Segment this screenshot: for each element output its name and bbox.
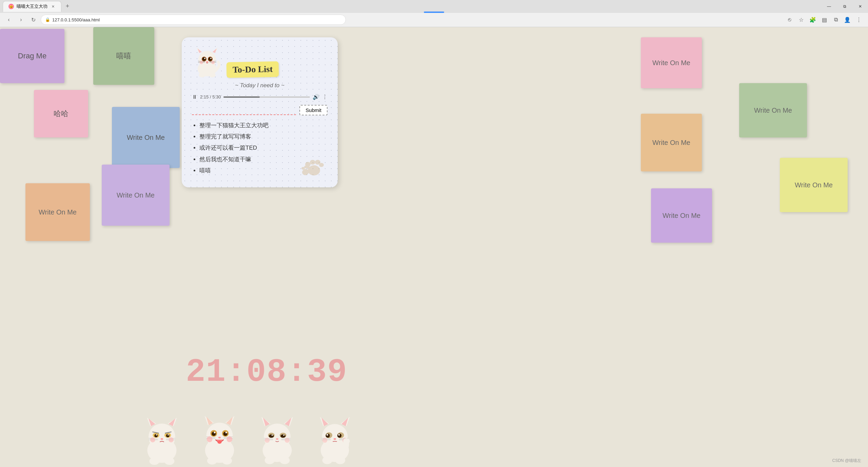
svg-point-76 (264, 424, 291, 450)
svg-point-23 (310, 160, 315, 165)
toolbar-icons: ⎋ ☆ 🧩 ▤ ⧉ 👤 ⋮ (785, 15, 864, 25)
todo-subtitle: ~ Today I need to ~ (192, 82, 328, 89)
cat-mascot-svg (192, 47, 222, 77)
refresh-button[interactable]: ↻ (28, 15, 38, 24)
svg-point-19 (200, 61, 203, 64)
cat-characters (136, 411, 361, 467)
svg-point-49 (150, 437, 155, 443)
sticky-note-yellow-right[interactable]: Write On Me (780, 158, 848, 212)
svg-point-20 (211, 61, 215, 64)
note-text: Drag Me (18, 52, 46, 60)
window-controls: — ⧉ ✕ (821, 0, 868, 13)
sticky-note-purple-bottom[interactable]: Write On Me (102, 165, 170, 226)
address-bar-row: ‹ › ↻ 🔒 127.0.0.1:5500/aaa.html ⎋ ☆ 🧩 ▤ … (0, 13, 868, 27)
svg-point-93 (285, 438, 290, 443)
todo-item-1: 整理一下猫猫大王立大功吧 (199, 121, 328, 130)
back-button[interactable]: ‹ (4, 15, 14, 24)
audio-time: 2:15 / 5:30 (200, 94, 221, 99)
sticky-note-green-right[interactable]: Write On Me (739, 83, 807, 137)
note-text: Write On Me (117, 191, 155, 199)
browser-chrome: 🐱 喵喵大王立大功 ✕ + — ⧉ ✕ ‹ › ↻ 🔒 127.0.0.1:55… (0, 0, 868, 27)
loading-indicator (424, 12, 444, 13)
svg-point-114 (322, 438, 328, 443)
note-text: Write On Me (127, 134, 165, 142)
tab-title: 喵喵大王立大功 (17, 3, 47, 10)
svg-point-29 (307, 166, 310, 169)
sticky-note-orange-right[interactable]: Write On Me (641, 114, 702, 171)
todo-list: 整理一下猫猫大王立大功吧 整理完了就写写博客 或许还可以看一篇TED 然后我也不… (192, 121, 328, 175)
todo-title-badge: To-Do List (226, 61, 279, 78)
sidebar-icon[interactable]: ▤ (819, 15, 829, 25)
forward-button[interactable]: › (16, 15, 26, 24)
svg-point-25 (319, 163, 324, 167)
svg-point-17 (199, 73, 205, 77)
todo-item-3: 或许还可以看一篇TED (199, 143, 328, 152)
sticky-note-purple-right[interactable]: Write On Me (651, 188, 712, 243)
svg-point-31 (149, 424, 175, 450)
svg-point-10 (204, 58, 205, 59)
pause-button[interactable]: ⏸ (192, 94, 197, 100)
new-tab-button[interactable]: + (63, 2, 72, 11)
svg-point-73 (207, 457, 217, 465)
split-view-icon[interactable]: ⧉ (831, 15, 841, 25)
tab-close-button[interactable]: ✕ (50, 4, 56, 9)
svg-point-11 (210, 58, 212, 59)
cat-character-4 (309, 413, 361, 467)
svg-point-107 (338, 434, 340, 436)
svg-point-94 (265, 456, 275, 464)
todo-item-2: 整理完了就写写博客 (199, 132, 328, 141)
svg-point-40 (156, 434, 157, 435)
svg-point-12 (206, 61, 208, 62)
share-icon[interactable]: ⎋ (785, 15, 795, 25)
svg-point-63 (214, 432, 215, 433)
tab-bar: 🐱 喵喵大王立大功 ✕ + — ⧉ ✕ (0, 0, 868, 13)
note-text: Write On Me (652, 59, 690, 67)
bookmark-icon[interactable]: ☆ (796, 15, 806, 25)
svg-point-8 (202, 57, 206, 61)
svg-point-117 (335, 456, 346, 464)
svg-point-106 (327, 434, 328, 436)
svg-point-92 (265, 438, 270, 443)
note-text: 哈哈 (54, 109, 68, 119)
address-bar[interactable]: 🔒 127.0.0.1:5500/aaa.html (41, 15, 346, 25)
svg-point-84 (280, 434, 285, 438)
cat-character-1 (136, 413, 188, 467)
restore-button[interactable]: ⧉ (837, 0, 852, 13)
svg-point-118 (343, 438, 350, 444)
svg-point-71 (207, 436, 213, 442)
svg-point-83 (269, 434, 274, 438)
volume-icon[interactable]: 🔊 (313, 94, 319, 100)
profile-icon[interactable]: 👤 (842, 15, 852, 25)
sticky-note-write-blue[interactable]: Write On Me (112, 107, 180, 168)
todo-input[interactable] (192, 106, 296, 115)
sticky-note-haha[interactable]: 哈哈 (34, 90, 88, 137)
progress-fill (223, 96, 260, 98)
input-row: Submit (192, 105, 328, 115)
close-button[interactable]: ✕ (852, 0, 868, 13)
svg-point-52 (164, 457, 175, 465)
note-text: Write On Me (652, 139, 690, 147)
menu-icon[interactable]: ⋮ (854, 15, 864, 25)
svg-point-116 (322, 456, 333, 464)
sticky-note-xixix[interactable]: 嘻嘻 (93, 27, 154, 85)
extensions-icon[interactable]: 🧩 (808, 15, 818, 25)
progress-bar[interactable] (223, 96, 310, 98)
svg-point-87 (276, 438, 278, 440)
cat-mascot (192, 47, 222, 77)
note-text: Write On Me (39, 208, 77, 216)
sticky-note-pink-right[interactable]: Write On Me (641, 37, 702, 88)
active-tab[interactable]: 🐱 喵喵大王立大功 ✕ (3, 1, 61, 12)
minimize-button[interactable]: — (821, 0, 837, 13)
more-options-icon[interactable]: ⋮ (322, 94, 328, 100)
svg-point-9 (209, 57, 212, 61)
submit-button[interactable]: Submit (299, 105, 328, 115)
svg-point-66 (217, 441, 221, 444)
svg-point-85 (272, 435, 273, 436)
sticky-note-orange-left[interactable]: Write On Me (25, 183, 90, 241)
note-text: Write On Me (663, 212, 701, 220)
svg-point-51 (150, 457, 160, 465)
sticky-note-drag-me[interactable]: Drag Me (0, 29, 64, 83)
paw-decoration (300, 153, 328, 179)
note-text: Write On Me (754, 107, 792, 114)
svg-point-1 (198, 51, 216, 69)
